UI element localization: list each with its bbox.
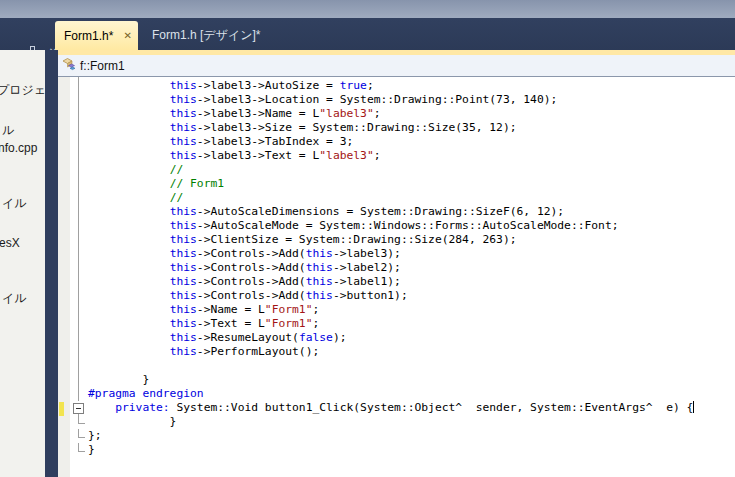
sidebar-item-file2[interactable]: イル xyxy=(2,195,27,212)
code-line: } xyxy=(88,443,694,457)
code-line: this->label3->Location = System::Drawing… xyxy=(88,93,694,107)
code-line: } xyxy=(88,415,694,429)
code-line: this->ResumeLayout(false); xyxy=(88,331,694,345)
tab-form1h-design[interactable]: Form1.h [デザイン]* xyxy=(140,21,272,50)
tab-label: Form1.h [デザイン]* xyxy=(152,27,260,44)
code-line: // xyxy=(88,163,694,177)
code-line: } xyxy=(88,373,694,387)
vs-main-window: ▾ ✕ Form1.h* ✕ Form1.h [デザイン]* プロジェ ル nf… xyxy=(0,0,735,477)
unsaved-change-bar xyxy=(59,402,64,416)
code-line: this->PerformLayout(); xyxy=(88,345,694,359)
solution-explorer-sidebar: プロジェ ル nfo.cpp イル esX イル xyxy=(0,50,45,477)
code-line: this->Controls->Add(this->label3); xyxy=(88,247,694,261)
code-line: this->Name = L"Form1"; xyxy=(88,303,694,317)
sidebar-item-resx[interactable]: esX xyxy=(0,236,20,250)
code-lines: this->label3->AutoSize = true; this->lab… xyxy=(88,79,694,457)
code-line: this->Text = L"Form1"; xyxy=(88,317,694,331)
window-top-strip xyxy=(0,0,735,18)
code-line: // xyxy=(88,191,694,205)
fold-region-end-tick xyxy=(78,437,85,438)
code-line: this->label3->Name = L"label3"; xyxy=(88,107,694,121)
code-line: this->ClientSize = System::Drawing::Size… xyxy=(88,233,694,247)
sidebar-item-file3[interactable]: イル xyxy=(2,290,27,307)
nav-scope-label: f::Form1 xyxy=(80,59,125,73)
sidebar-item-info-cpp[interactable]: nfo.cpp xyxy=(0,141,37,155)
fold-region-end-tick xyxy=(78,423,85,424)
navigation-bar[interactable]: f::Form1 xyxy=(58,55,735,77)
class-icon xyxy=(63,57,76,75)
fold-region-line xyxy=(78,77,79,401)
code-line: this->Controls->Add(this->button1); xyxy=(88,289,694,303)
code-editor[interactable]: this->label3->AutoSize = true; this->lab… xyxy=(58,77,735,477)
tab-label: Form1.h* xyxy=(64,29,120,43)
tab-close-icon[interactable]: ✕ xyxy=(124,31,132,41)
indicator-margin xyxy=(58,77,70,477)
code-line: this->label3->Size = System::Drawing::Si… xyxy=(88,121,694,135)
sidebar-item-file[interactable]: ル xyxy=(2,122,14,139)
code-line: #pragma endregion xyxy=(88,387,694,401)
tab-form1h-active[interactable]: Form1.h* ✕ xyxy=(55,21,138,50)
code-line: this->label3->TabIndex = 3; xyxy=(88,135,694,149)
code-line: this->label3->Text = L"label3"; xyxy=(88,149,694,163)
code-line: this->Controls->Add(this->label1); xyxy=(88,275,694,289)
code-line: // Form1 xyxy=(88,177,694,191)
sidebar-item-project[interactable]: プロジェ xyxy=(0,82,46,99)
code-line xyxy=(88,359,694,373)
pane-divider xyxy=(45,50,58,477)
fold-box[interactable] xyxy=(73,403,84,414)
code-line: this->label3->AutoSize = true; xyxy=(88,79,694,93)
text-caret xyxy=(693,401,694,413)
code-line: private: System::Void button1_Click(Syst… xyxy=(88,401,694,415)
code-line: }; xyxy=(88,429,694,443)
minus-icon xyxy=(76,408,81,409)
code-line: this->AutoScaleMode = System::Windows::F… xyxy=(88,219,694,233)
fold-region-end-tick xyxy=(78,451,85,452)
code-line: this->Controls->Add(this->label2); xyxy=(88,261,694,275)
code-line: this->AutoScaleDimensions = System::Draw… xyxy=(88,205,694,219)
